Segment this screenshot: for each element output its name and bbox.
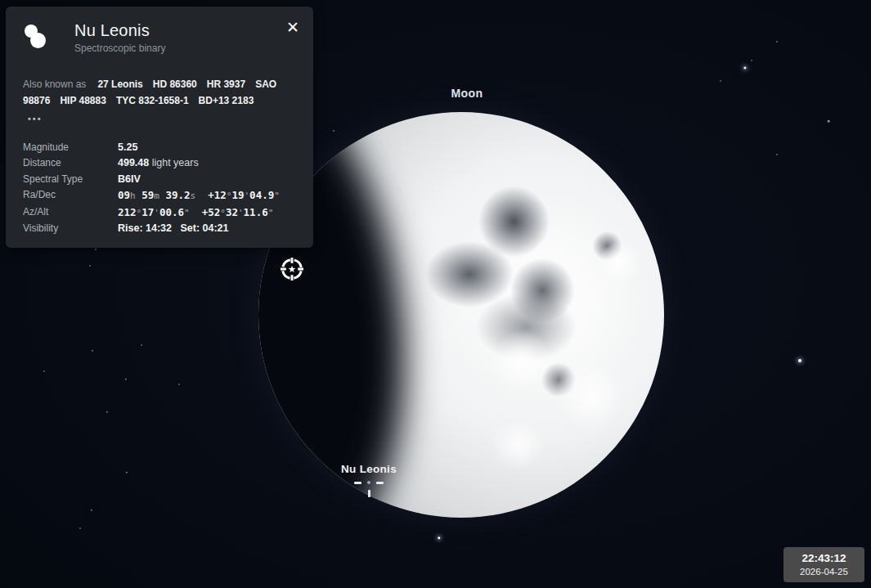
marker-right-dash bbox=[376, 482, 384, 484]
spectral-type-value: B6IV bbox=[118, 172, 141, 187]
distance-unit: light years bbox=[149, 157, 198, 168]
crosshair-star-icon bbox=[280, 257, 304, 281]
clock-time: 22:43:12 bbox=[783, 551, 864, 565]
moon-label: Moon bbox=[451, 87, 483, 100]
alias: TYC 832-1658-1 bbox=[116, 95, 189, 106]
ra-dec-row: Ra/Dec 09h 59m 39.2s +12°19'04.9" bbox=[23, 187, 296, 204]
alias: HD 86360 bbox=[153, 79, 197, 90]
distance-row: Distance 499.48 light years bbox=[23, 155, 296, 171]
star[interactable] bbox=[43, 370, 45, 372]
star[interactable] bbox=[333, 130, 334, 132]
selected-star-label: Nu Leonis bbox=[341, 463, 397, 475]
alias: BD+13 2183 bbox=[199, 95, 254, 106]
star[interactable] bbox=[743, 66, 746, 69]
az-alt-row: Az/Alt 212°17'00.6" +52°32'11.6" bbox=[23, 204, 296, 221]
ra-dec-label: Ra/Dec bbox=[23, 187, 118, 204]
star[interactable] bbox=[79, 527, 81, 529]
visibility-value: Rise: 14:32 Set: 04:21 bbox=[118, 221, 229, 236]
marker-bottom-tick bbox=[368, 490, 370, 497]
star[interactable] bbox=[126, 472, 128, 474]
star[interactable] bbox=[751, 60, 752, 61]
panel-header: Nu Leonis Spectroscopic binary bbox=[17, 18, 302, 56]
star[interactable] bbox=[828, 120, 830, 123]
star[interactable] bbox=[720, 80, 721, 82]
star[interactable] bbox=[798, 359, 801, 362]
alias: 27 Leonis bbox=[97, 79, 142, 90]
also-known-as-label: Also known as bbox=[23, 79, 86, 90]
star[interactable] bbox=[92, 350, 93, 352]
object-title: Nu Leonis bbox=[74, 20, 165, 40]
alias: HR 3937 bbox=[207, 79, 245, 90]
more-aliases-button[interactable]: ••• bbox=[28, 114, 43, 123]
aliases: Also known as27 LeonisHD 86360HR 3937SAO… bbox=[23, 76, 296, 109]
object-info-panel: Nu Leonis Spectroscopic binary ✕ Also kn… bbox=[6, 7, 313, 248]
datetime-panel[interactable]: 22:43:12 2026-04-25 bbox=[783, 547, 864, 582]
star[interactable] bbox=[125, 379, 127, 380]
clock-date: 2026-04-25 bbox=[783, 565, 864, 578]
magnitude-label: Magnitude bbox=[23, 140, 118, 155]
close-icon[interactable]: ✕ bbox=[282, 17, 303, 38]
moon[interactable] bbox=[258, 112, 664, 518]
object-type: Spectroscopic binary bbox=[74, 43, 165, 54]
selected-star-dot[interactable] bbox=[367, 481, 370, 484]
marker-left-dash bbox=[354, 482, 361, 484]
az-alt-label: Az/Alt bbox=[23, 204, 118, 221]
alias: HIP 48883 bbox=[60, 95, 106, 106]
star[interactable] bbox=[776, 154, 778, 155]
star[interactable] bbox=[95, 249, 97, 250]
spectral-type-row: Spectral Type B6IV bbox=[23, 172, 296, 187]
star[interactable] bbox=[438, 536, 440, 539]
star[interactable] bbox=[91, 509, 92, 511]
visibility-row: Visibility Rise: 14:32 Set: 04:21 bbox=[23, 221, 296, 236]
magnitude-value: 5.25 bbox=[118, 140, 137, 155]
star[interactable] bbox=[89, 265, 91, 267]
star[interactable] bbox=[141, 344, 142, 346]
sky-view[interactable]: Moon Nu Leonis Nu Leonis Spectroscopic b… bbox=[0, 0, 871, 588]
visibility-label: Visibility bbox=[23, 221, 118, 236]
magnitude-row: Magnitude 5.25 bbox=[23, 140, 296, 155]
star[interactable] bbox=[776, 41, 778, 43]
object-details: Magnitude 5.25 Distance 499.48 light yea… bbox=[23, 140, 296, 236]
star[interactable] bbox=[178, 384, 180, 385]
az-alt-value: 212°17'00.6" +52°32'11.6" bbox=[118, 204, 273, 221]
distance-value: 499.48 light years bbox=[118, 155, 199, 171]
star[interactable] bbox=[106, 411, 108, 413]
spectral-type-label: Spectral Type bbox=[23, 172, 118, 187]
binary-star-icon bbox=[25, 25, 54, 56]
selection-marker[interactable] bbox=[354, 480, 384, 500]
distance-label: Distance bbox=[23, 155, 118, 171]
ra-dec-value: 09h 59m 39.2s +12°19'04.9" bbox=[118, 187, 280, 204]
center-target-icon[interactable] bbox=[280, 257, 304, 281]
